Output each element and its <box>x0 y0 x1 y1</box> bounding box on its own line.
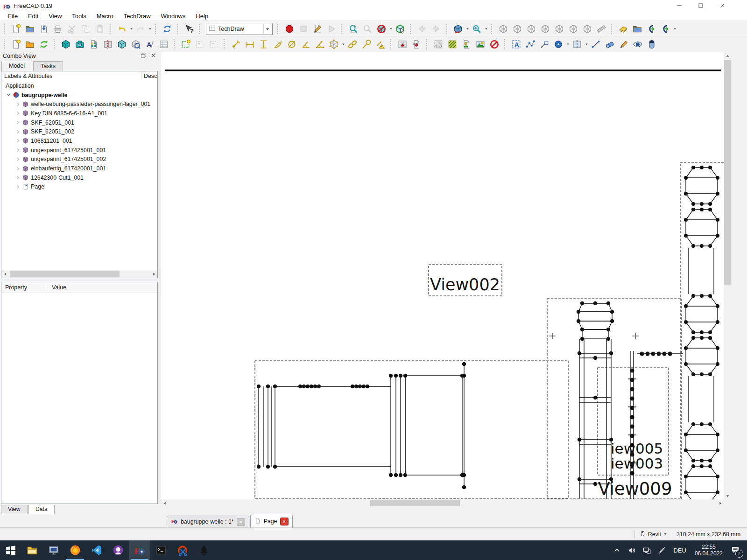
fit-all-button[interactable] <box>347 22 360 35</box>
zoom-button-dropdown[interactable] <box>484 22 488 35</box>
edit-macro-button[interactable] <box>311 22 324 35</box>
tree-horizontal-scrollbar[interactable] <box>1 270 157 278</box>
insert-annotation-button[interactable]: A <box>510 38 523 51</box>
workbench-caret-icon[interactable] <box>263 24 271 34</box>
decorate-line-button[interactable] <box>617 38 630 51</box>
scroll-right-icon[interactable] <box>716 499 724 507</box>
axonometric-view-button[interactable] <box>451 22 465 35</box>
tree-item[interactable]: Page <box>1 182 157 192</box>
balloon-annotation-button[interactable] <box>360 38 373 51</box>
print-button[interactable] <box>51 22 64 35</box>
view-top-button[interactable] <box>525 22 538 35</box>
tree-item[interactable]: ungespannt_617425001_002 <box>1 155 157 164</box>
view-rear-button[interactable] <box>553 22 566 35</box>
make-sub-link-button[interactable] <box>659 22 672 35</box>
techdraw-page-canvas[interactable]: View002iew005iew003View009 <box>161 52 724 499</box>
taskbar-freecad[interactable]: F <box>129 540 150 560</box>
insert-symbol-button[interactable] <box>460 38 473 51</box>
face-center-point-button[interactable] <box>552 38 565 51</box>
whats-this-button[interactable]: ? <box>183 22 196 35</box>
workbench-selector[interactable]: TechDraw <box>206 23 273 35</box>
centerline-button-dropdown[interactable] <box>584 38 589 51</box>
menu-tools[interactable]: Tools <box>67 12 91 21</box>
redo-button[interactable] <box>134 22 147 35</box>
undo-button[interactable] <box>115 22 128 35</box>
scroll-right-icon[interactable] <box>150 270 157 278</box>
fit-selection-button[interactable] <box>361 22 374 35</box>
drawing-shaft-front-view[interactable] <box>257 362 466 489</box>
active-view-button[interactable] <box>73 38 86 51</box>
tab-baugruppe-welle[interactable]: F baugruppe-welle : 1* <box>167 516 249 527</box>
close-tab-icon[interactable] <box>280 518 289 525</box>
cut-button[interactable] <box>65 22 78 35</box>
cosmetic-vertex-button[interactable] <box>524 38 537 51</box>
close-button[interactable] <box>712 0 733 11</box>
landmark-dimension-button[interactable] <box>374 38 387 51</box>
float-panel-icon[interactable] <box>141 52 147 60</box>
tab-view[interactable]: View <box>1 505 28 514</box>
cosmetic-line-button[interactable] <box>589 38 602 51</box>
spreadsheet-view-button[interactable] <box>157 38 170 51</box>
insert-image-button[interactable] <box>474 38 487 51</box>
chevron-right-icon[interactable] <box>14 120 21 125</box>
link-dimension-button[interactable] <box>346 38 359 51</box>
view-bottom-button[interactable] <box>567 22 580 35</box>
toggle-frames-button[interactable] <box>488 38 501 51</box>
minimize-button[interactable] <box>669 0 690 11</box>
pen-icon[interactable] <box>656 546 667 555</box>
chevron-down-icon[interactable] <box>5 92 12 98</box>
redraw-page-button[interactable] <box>37 38 50 51</box>
tree-item[interactable]: 106811201_001 <box>1 136 157 146</box>
drawing-inner-shaft[interactable] <box>628 351 636 499</box>
tree-item[interactable]: ungespannt_617425001_001 <box>1 146 157 155</box>
taskbar-clock[interactable]: 22:55 06.04.2022 <box>693 544 725 557</box>
new-file-button[interactable] <box>9 22 22 35</box>
arch-view-button[interactable] <box>115 38 128 51</box>
drawing-shaft-side-view[interactable] <box>577 301 614 499</box>
insert-default-page-button[interactable] <box>9 38 22 51</box>
sync-view-button[interactable] <box>394 22 407 35</box>
close-panel-icon[interactable] <box>150 52 156 60</box>
scroll-left-icon[interactable] <box>161 499 169 507</box>
taskbar-firefox[interactable] <box>64 540 86 560</box>
diameter-dimension-button[interactable] <box>285 38 298 51</box>
insert-view-button[interactable] <box>59 38 72 51</box>
tab-model[interactable]: Model <box>1 61 32 71</box>
tree-item-application[interactable]: Application <box>1 81 157 91</box>
drawing-view-label[interactable]: iew005 <box>611 440 663 457</box>
taskbar-inkscape[interactable] <box>193 540 215 560</box>
draw-style-button-dropdown[interactable] <box>388 22 393 35</box>
open-file-button[interactable] <box>23 22 36 35</box>
stop-macro-button[interactable] <box>297 22 310 35</box>
horizontal-dimension-button[interactable] <box>243 38 256 51</box>
tray-chevron-up-icon[interactable] <box>612 546 622 554</box>
close-tab-icon[interactable] <box>237 518 245 526</box>
drawing-front-view-frame[interactable] <box>255 360 568 498</box>
taskbar-vscode[interactable] <box>86 540 107 560</box>
clip-add-button[interactable] <box>193 38 206 51</box>
tree-item[interactable]: SKF_62051_001 <box>1 118 157 127</box>
three-point-angle-dimension-button[interactable] <box>313 38 326 51</box>
make-sub-link-button-dropdown[interactable] <box>672 22 677 35</box>
menu-windows[interactable]: Windows <box>156 12 191 21</box>
chevron-right-icon[interactable] <box>14 111 21 116</box>
tab-tasks[interactable]: Tasks <box>33 61 63 71</box>
chevron-right-icon[interactable] <box>14 166 21 171</box>
taskbar-github-desktop[interactable] <box>107 540 129 560</box>
taskbar-system-monitor[interactable] <box>43 540 64 560</box>
face-center-point-button-dropdown[interactable] <box>565 38 570 51</box>
clip-remove-button[interactable] <box>207 38 220 51</box>
hatch-button[interactable] <box>432 38 445 51</box>
leader-line-button[interactable] <box>538 38 551 51</box>
scrollbar-thumb[interactable] <box>10 271 120 277</box>
create-group-button[interactable] <box>631 22 644 35</box>
detail-view-button[interactable] <box>129 38 142 51</box>
network-display-icon[interactable] <box>641 546 652 555</box>
record-macro-button[interactable] <box>283 22 296 35</box>
tree-item[interactable]: einbaufertig_617420001_001 <box>1 164 157 173</box>
chevron-right-icon[interactable] <box>14 138 21 143</box>
axonometric-view-button-dropdown[interactable] <box>465 22 470 35</box>
stack-group-button[interactable] <box>645 38 658 51</box>
scroll-left-icon[interactable] <box>1 270 9 278</box>
navigation-style-selector[interactable]: Revit <box>639 530 668 539</box>
